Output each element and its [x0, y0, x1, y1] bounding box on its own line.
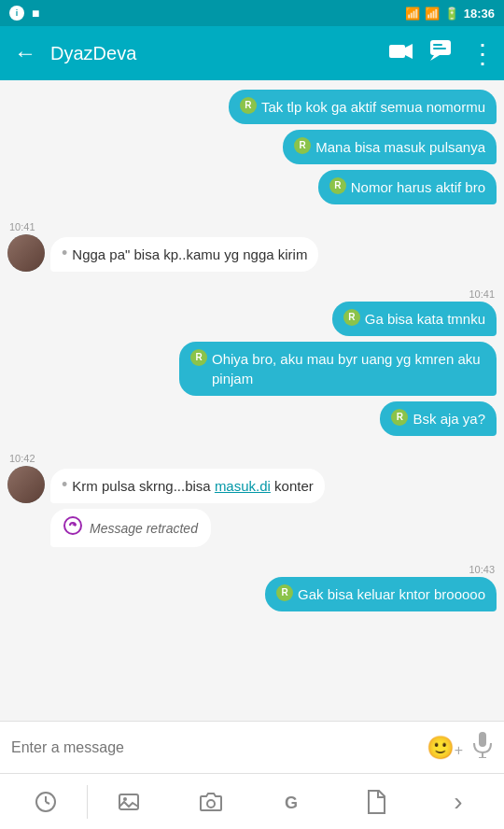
back-button[interactable]: ← — [9, 35, 41, 71]
wifi-icon: 📶 — [405, 7, 420, 21]
emoji-button[interactable]: 🙂+ — [427, 735, 463, 761]
message-input[interactable] — [11, 739, 417, 756]
message-row: • Krm pulsa skrng...bisa masuk.di konter — [7, 466, 497, 503]
r-badge: R — [391, 409, 408, 426]
message-text: Ga bisa kata tmnku — [365, 309, 485, 329]
dot-bullet: • — [62, 245, 67, 261]
message-text: Nomor harus aktif bro — [351, 177, 485, 197]
chat-title: DyazDeva — [50, 43, 380, 64]
message-bubble: • Ngga pa" bisa kp..kamu yg ngga kirim — [50, 237, 318, 272]
svg-point-15 — [123, 797, 127, 801]
mic-button[interactable] — [472, 732, 493, 764]
avatar — [7, 466, 45, 503]
gallery-button[interactable] — [88, 791, 170, 813]
svg-rect-8 — [479, 732, 486, 747]
chat-mode-button[interactable] — [430, 40, 453, 66]
message-input-area: 🙂+ — [0, 721, 504, 773]
message-text: Mana bisa masuk pulsanya — [315, 137, 485, 157]
timestamp: 10:41 — [9, 221, 495, 232]
retract-icon — [63, 516, 82, 540]
message-row: • Ngga pa" bisa kp..kamu yg ngga kirim — [7, 234, 497, 272]
chat-area: R Tak tlp kok ga aktif semua nomormu R M… — [0, 80, 504, 721]
r-badge: R — [343, 309, 360, 326]
svg-marker-3 — [430, 55, 440, 61]
message-bubble: R Nomor harus aktif bro — [318, 170, 497, 204]
bbm-status-icon: ■ — [32, 6, 39, 21]
svg-marker-1 — [405, 44, 413, 59]
svg-rect-5 — [433, 48, 446, 49]
message-bubble: R Tak tlp kok ga aktif semua nomormu — [229, 90, 497, 124]
status-bar: i ■ 📶 📶 🔋 18:36 — [0, 0, 504, 26]
link[interactable]: masuk.di — [215, 478, 271, 494]
r-badge: R — [276, 584, 293, 601]
message-bubble: R Bsk aja ya? — [380, 401, 497, 436]
top-bar: ← DyazDeva ⋮ — [0, 26, 504, 80]
timestamp: 10:43 — [9, 564, 495, 575]
video-call-button[interactable] — [389, 41, 413, 65]
svg-text:G: G — [285, 794, 298, 812]
message-row: R Gak bisa keluar kntor brooooo — [7, 577, 497, 611]
message-row: R Mana bisa masuk pulsanya — [7, 130, 497, 164]
svg-rect-4 — [433, 44, 442, 46]
message-bubble: R Mana bisa masuk pulsanya — [283, 130, 497, 164]
message-bubble: • Krm pulsa skrng...bisa masuk.di konter — [50, 469, 325, 503]
message-bubble: R Gak bisa keluar kntor brooooo — [265, 577, 497, 611]
retracted-message: Message retracted — [50, 509, 211, 547]
google-button[interactable]: G — [253, 791, 335, 813]
timestamp: 10:41 — [9, 288, 495, 300]
message-text: Ngga pa" bisa kp..kamu yg ngga kirim — [72, 245, 307, 264]
message-text: Bsk aja ya? — [413, 409, 485, 429]
dot-bullet: • — [62, 476, 67, 493]
avatar — [7, 234, 45, 272]
message-text: Gak bisa keluar kntor brooooo — [298, 584, 485, 604]
message-text: Ohiya bro, aku mau byr uang yg kmren aku… — [212, 349, 485, 388]
file-button[interactable] — [335, 790, 417, 814]
timestamp: 10:42 — [9, 453, 495, 464]
message-row: R Tak tlp kok ga aktif semua nomormu — [7, 90, 497, 124]
message-text: Tak tlp kok ga aktif semua nomormu — [261, 97, 485, 117]
message-row: R Bsk aja ya? — [7, 401, 497, 436]
time-display: 18:36 — [464, 7, 495, 21]
message-row: Message retracted — [50, 509, 504, 547]
message-bubble: R Ga bisa kata tmnku — [332, 302, 497, 336]
more-options-button[interactable]: ⋮ — [469, 38, 495, 69]
bottom-toolbar: G › — [0, 773, 504, 829]
retracted-text: Message retracted — [90, 521, 198, 536]
app-icon-1: i — [9, 6, 24, 21]
svg-line-13 — [46, 802, 49, 804]
camera-button[interactable] — [170, 792, 252, 812]
more-button[interactable]: › — [417, 787, 499, 817]
message-bubble: R Ohiya bro, aku mau byr uang yg kmren a… — [179, 342, 497, 396]
battery-icon: 🔋 — [444, 7, 459, 21]
message-row: R Nomor harus aktif bro — [7, 170, 497, 204]
r-badge: R — [329, 177, 346, 194]
signal-icon: 📶 — [425, 7, 440, 21]
r-badge: R — [190, 349, 207, 366]
r-badge: R — [240, 97, 257, 114]
top-bar-icons: ⋮ — [389, 38, 495, 69]
message-row: R Ohiya bro, aku mau byr uang yg kmren a… — [7, 342, 497, 396]
clock-button[interactable] — [5, 791, 87, 813]
message-text: Krm pulsa skrng...bisa masuk.di konter — [72, 476, 313, 496]
svg-point-16 — [207, 800, 215, 808]
message-row: R Ga bisa kata tmnku — [7, 302, 497, 336]
r-badge: R — [294, 137, 311, 154]
svg-point-6 — [64, 517, 81, 534]
svg-rect-0 — [389, 45, 405, 58]
